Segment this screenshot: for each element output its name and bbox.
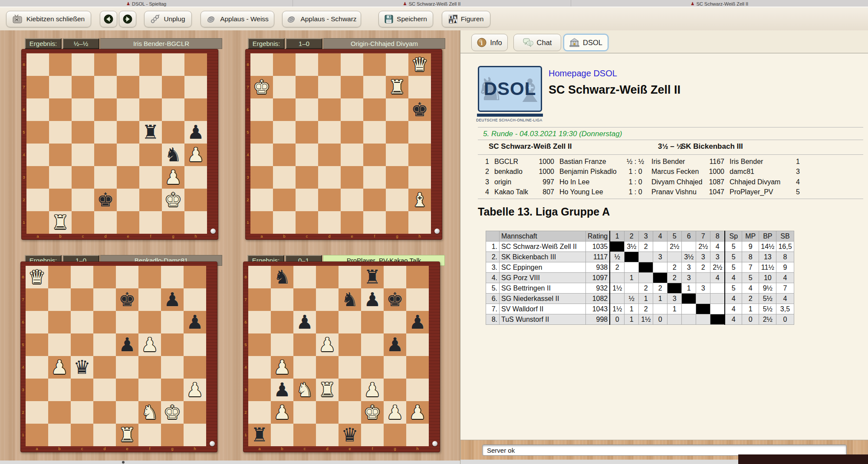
board-square[interactable]	[293, 288, 316, 311]
board-square[interactable]	[184, 401, 206, 424]
game-title[interactable]: Origin-Chhajed Divyam	[323, 38, 445, 49]
board-square[interactable]	[361, 333, 384, 356]
board-square[interactable]	[339, 401, 361, 424]
chess-piece[interactable]: ♞	[293, 379, 316, 401]
kiebitzen-schliessen-button[interactable]: Kiebitzen schließen	[6, 11, 91, 27]
board-square[interactable]	[250, 121, 273, 144]
board-square[interactable]	[341, 189, 363, 211]
board-square[interactable]	[72, 189, 94, 211]
board-square[interactable]	[386, 211, 408, 234]
board-handle-button[interactable]	[434, 229, 440, 234]
board-square[interactable]	[293, 356, 316, 379]
board-square[interactable]	[318, 76, 341, 98]
board-square[interactable]	[361, 356, 384, 379]
board-square[interactable]	[341, 98, 363, 121]
board-square[interactable]	[408, 166, 431, 189]
board-square[interactable]	[117, 166, 139, 189]
board-square[interactable]	[48, 288, 71, 311]
board-square[interactable]	[139, 189, 162, 211]
forward-button[interactable]	[119, 11, 136, 27]
back-button[interactable]	[100, 11, 117, 27]
board-square[interactable]	[138, 288, 161, 311]
board-square[interactable]	[271, 424, 293, 446]
board-square[interactable]	[94, 121, 117, 144]
board-square[interactable]	[139, 98, 162, 121]
board-square[interactable]	[26, 288, 48, 311]
board-square[interactable]	[318, 98, 341, 121]
chess-piece[interactable]: ♚	[408, 98, 431, 121]
chess-piece[interactable]: ♟	[271, 401, 293, 424]
chess-piece[interactable]: ♟	[116, 333, 138, 356]
applaus-weiss-button[interactable]: Applaus - Weiss	[201, 11, 274, 27]
board-square[interactable]	[406, 266, 429, 288]
background-window-tab[interactable]: ♟ DSOL - Spieltag	[0, 0, 293, 7]
board-square[interactable]	[318, 53, 341, 76]
board-square[interactable]	[71, 311, 93, 333]
board-square[interactable]	[273, 211, 296, 234]
board-square[interactable]	[316, 266, 339, 288]
board-square[interactable]	[161, 333, 184, 356]
chess-piece[interactable]: ♛	[408, 53, 431, 76]
board-square[interactable]	[363, 189, 386, 211]
board-square[interactable]	[250, 189, 273, 211]
board-square[interactable]	[48, 424, 71, 446]
board-square[interactable]	[248, 266, 271, 288]
board-square[interactable]	[26, 311, 48, 333]
board-square[interactable]	[116, 266, 138, 288]
board-square[interactable]	[93, 266, 116, 288]
board-square[interactable]	[273, 166, 296, 189]
board-handle-button[interactable]	[210, 229, 216, 234]
board-square[interactable]	[26, 211, 49, 234]
board-square[interactable]	[408, 144, 431, 166]
board-square[interactable]	[72, 211, 94, 234]
board-square[interactable]	[184, 424, 206, 446]
board-square[interactable]	[406, 424, 429, 446]
board-square[interactable]	[316, 401, 339, 424]
tab-info[interactable]: i Info	[471, 34, 508, 51]
chess-piece[interactable]: ♜	[386, 76, 408, 98]
board-square[interactable]	[184, 53, 207, 76]
board-square[interactable]	[318, 189, 341, 211]
board-square[interactable]	[318, 166, 341, 189]
board-square[interactable]	[386, 53, 408, 76]
board-square[interactable]	[49, 144, 72, 166]
board-square[interactable]	[363, 121, 386, 144]
board-square[interactable]	[26, 98, 49, 121]
chess-piece[interactable]: ♟	[316, 333, 339, 356]
board-square[interactable]	[48, 266, 71, 288]
board-square[interactable]	[406, 333, 429, 356]
board-square[interactable]	[49, 121, 72, 144]
board-square[interactable]	[49, 189, 72, 211]
board-square[interactable]	[341, 211, 363, 234]
board-square[interactable]	[116, 356, 138, 379]
chess-piece[interactable]: ♟	[184, 144, 207, 166]
background-window-tab[interactable]: ♟ SC Schwarz-Weiß Zell II	[571, 0, 868, 7]
board-square[interactable]	[48, 379, 71, 401]
board-square[interactable]	[184, 356, 206, 379]
board-square[interactable]	[26, 356, 48, 379]
board-square[interactable]	[161, 356, 184, 379]
board-square[interactable]	[296, 189, 318, 211]
chess-board[interactable]: ♛♚♟♟♟♟♟♛♟♞♚♜	[26, 266, 206, 446]
board-square[interactable]	[406, 379, 429, 401]
chess-piece[interactable]: ♜	[49, 211, 72, 234]
board-square[interactable]	[318, 121, 341, 144]
board-square[interactable]	[161, 311, 184, 333]
board-square[interactable]	[162, 121, 184, 144]
board-square[interactable]	[93, 401, 116, 424]
board-square[interactable]	[271, 288, 293, 311]
board-square[interactable]	[296, 121, 318, 144]
board-square[interactable]	[93, 356, 116, 379]
board-square[interactable]	[341, 144, 363, 166]
board-handle-button[interactable]	[432, 441, 437, 446]
board-square[interactable]	[250, 53, 273, 76]
board-square[interactable]	[71, 401, 93, 424]
chess-piece[interactable]: ♚	[94, 189, 117, 211]
chess-piece[interactable]: ♟	[271, 356, 293, 379]
board-square[interactable]	[361, 424, 384, 446]
board-square[interactable]	[408, 76, 431, 98]
chess-piece[interactable]: ♟	[138, 333, 161, 356]
board-square[interactable]	[26, 189, 49, 211]
board-square[interactable]	[139, 76, 162, 98]
board-square[interactable]	[71, 333, 93, 356]
